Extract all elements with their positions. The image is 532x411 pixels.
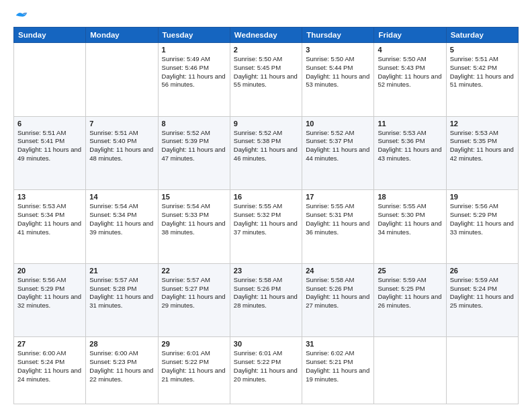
table-row: 30Sunrise: 6:01 AMSunset: 5:22 PMDayligh…: [230, 337, 302, 404]
table-row: 3Sunrise: 5:50 AMSunset: 5:44 PMDaylight…: [302, 43, 374, 117]
day-number: 15: [162, 193, 226, 201]
cell-text: Sunrise: 5:51 AMSunset: 5:41 PMDaylight:…: [17, 129, 81, 162]
cell-text: Sunrise: 5:53 AMSunset: 5:35 PMDaylight:…: [450, 129, 514, 162]
day-number: 9: [234, 120, 298, 128]
day-number: 24: [306, 267, 370, 275]
table-row: 16Sunrise: 5:55 AMSunset: 5:32 PMDayligh…: [230, 190, 302, 264]
cell-text: Sunrise: 5:57 AMSunset: 5:28 PMDaylight:…: [89, 276, 153, 309]
table-row: 6Sunrise: 5:51 AMSunset: 5:41 PMDaylight…: [14, 116, 86, 190]
table-row: 20Sunrise: 5:56 AMSunset: 5:29 PMDayligh…: [14, 263, 86, 337]
cell-text: Sunrise: 5:49 AMSunset: 5:46 PMDaylight:…: [162, 55, 226, 88]
table-row: 8Sunrise: 5:52 AMSunset: 5:39 PMDaylight…: [158, 116, 230, 190]
page: Sunday Monday Tuesday Wednesday Thursday…: [0, 0, 532, 411]
table-row: 26Sunrise: 5:59 AMSunset: 5:24 PMDayligh…: [446, 263, 518, 337]
cell-text: Sunrise: 5:50 AMSunset: 5:43 PMDaylight:…: [378, 55, 441, 88]
calendar-table: Sunday Monday Tuesday Wednesday Thursday…: [13, 27, 519, 404]
day-number: 8: [162, 120, 226, 128]
cell-text: Sunrise: 6:01 AMSunset: 5:22 PMDaylight:…: [234, 349, 298, 382]
table-row: 10Sunrise: 5:52 AMSunset: 5:37 PMDayligh…: [302, 116, 374, 190]
day-number: 29: [162, 340, 226, 348]
day-number: 13: [17, 193, 82, 201]
table-row: 11Sunrise: 5:53 AMSunset: 5:36 PMDayligh…: [374, 116, 446, 190]
cell-text: Sunrise: 5:54 AMSunset: 5:34 PMDaylight:…: [89, 202, 153, 235]
col-wednesday: Wednesday: [230, 28, 302, 43]
cell-text: Sunrise: 5:50 AMSunset: 5:44 PMDaylight:…: [306, 55, 369, 88]
cell-text: Sunrise: 5:59 AMSunset: 5:24 PMDaylight:…: [450, 276, 514, 309]
cell-text: Sunrise: 5:53 AMSunset: 5:34 PMDaylight:…: [17, 202, 81, 235]
day-number: 31: [306, 340, 370, 348]
day-number: 17: [306, 193, 370, 201]
table-row: 14Sunrise: 5:54 AMSunset: 5:34 PMDayligh…: [86, 190, 158, 264]
cell-text: Sunrise: 5:57 AMSunset: 5:27 PMDaylight:…: [162, 276, 226, 309]
table-row: 21Sunrise: 5:57 AMSunset: 5:28 PMDayligh…: [86, 263, 158, 337]
day-number: 16: [234, 193, 298, 201]
cell-text: Sunrise: 5:56 AMSunset: 5:29 PMDaylight:…: [17, 276, 81, 309]
col-saturday: Saturday: [446, 28, 518, 43]
day-number: 21: [89, 267, 154, 275]
table-row: 17Sunrise: 5:55 AMSunset: 5:31 PMDayligh…: [302, 190, 374, 264]
day-number: 12: [450, 120, 515, 128]
table-row: [446, 337, 518, 404]
day-number: 18: [378, 193, 442, 201]
table-row: 27Sunrise: 6:00 AMSunset: 5:24 PMDayligh…: [14, 337, 86, 404]
cell-text: Sunrise: 5:52 AMSunset: 5:37 PMDaylight:…: [306, 129, 369, 162]
day-number: 11: [378, 120, 442, 128]
table-row: 23Sunrise: 5:58 AMSunset: 5:26 PMDayligh…: [230, 263, 302, 337]
col-sunday: Sunday: [14, 28, 86, 43]
logo-bird-icon: [15, 11, 28, 20]
day-number: 1: [162, 46, 226, 54]
day-number: 23: [234, 267, 298, 275]
calendar-header-row: Sunday Monday Tuesday Wednesday Thursday…: [14, 28, 519, 43]
col-thursday: Thursday: [302, 28, 374, 43]
table-row: [14, 43, 86, 117]
table-row: 13Sunrise: 5:53 AMSunset: 5:34 PMDayligh…: [14, 190, 86, 264]
table-row: 25Sunrise: 5:59 AMSunset: 5:25 PMDayligh…: [374, 263, 446, 337]
day-number: 28: [89, 340, 154, 348]
cell-text: Sunrise: 5:52 AMSunset: 5:39 PMDaylight:…: [162, 129, 226, 162]
table-row: 19Sunrise: 5:56 AMSunset: 5:29 PMDayligh…: [446, 190, 518, 264]
day-number: 4: [378, 46, 442, 54]
table-row: 1Sunrise: 5:49 AMSunset: 5:46 PMDaylight…: [158, 43, 230, 117]
cell-text: Sunrise: 5:58 AMSunset: 5:26 PMDaylight:…: [306, 276, 369, 309]
table-row: 29Sunrise: 6:01 AMSunset: 5:22 PMDayligh…: [158, 337, 230, 404]
table-row: 4Sunrise: 5:50 AMSunset: 5:43 PMDaylight…: [374, 43, 446, 117]
day-number: 27: [17, 340, 82, 348]
col-monday: Monday: [86, 28, 158, 43]
cell-text: Sunrise: 5:50 AMSunset: 5:45 PMDaylight:…: [234, 55, 298, 88]
table-row: 12Sunrise: 5:53 AMSunset: 5:35 PMDayligh…: [446, 116, 518, 190]
cell-text: Sunrise: 6:00 AMSunset: 5:24 PMDaylight:…: [17, 349, 81, 382]
cell-text: Sunrise: 5:55 AMSunset: 5:30 PMDaylight:…: [378, 202, 441, 235]
day-number: 7: [89, 120, 154, 128]
day-number: 26: [450, 267, 515, 275]
cell-text: Sunrise: 6:02 AMSunset: 5:21 PMDaylight:…: [306, 349, 369, 382]
day-number: 5: [450, 46, 515, 54]
table-row: 2Sunrise: 5:50 AMSunset: 5:45 PMDaylight…: [230, 43, 302, 117]
table-row: [86, 43, 158, 117]
day-number: 30: [234, 340, 298, 348]
day-number: 19: [450, 193, 515, 201]
day-number: 20: [17, 267, 82, 275]
day-number: 25: [378, 267, 442, 275]
table-row: 7Sunrise: 5:51 AMSunset: 5:40 PMDaylight…: [86, 116, 158, 190]
cell-text: Sunrise: 5:56 AMSunset: 5:29 PMDaylight:…: [450, 202, 514, 235]
day-number: 10: [306, 120, 370, 128]
day-number: 6: [17, 120, 82, 128]
table-row: [374, 337, 446, 404]
table-row: 22Sunrise: 5:57 AMSunset: 5:27 PMDayligh…: [158, 263, 230, 337]
cell-text: Sunrise: 5:53 AMSunset: 5:36 PMDaylight:…: [378, 129, 441, 162]
cell-text: Sunrise: 5:54 AMSunset: 5:33 PMDaylight:…: [162, 202, 226, 235]
day-number: 2: [234, 46, 298, 54]
header: [13, 11, 519, 20]
table-row: 31Sunrise: 6:02 AMSunset: 5:21 PMDayligh…: [302, 337, 374, 404]
cell-text: Sunrise: 5:58 AMSunset: 5:26 PMDaylight:…: [234, 276, 298, 309]
cell-text: Sunrise: 6:00 AMSunset: 5:23 PMDaylight:…: [89, 349, 153, 382]
table-row: 5Sunrise: 5:51 AMSunset: 5:42 PMDaylight…: [446, 43, 518, 117]
cell-text: Sunrise: 5:55 AMSunset: 5:31 PMDaylight:…: [306, 202, 369, 235]
cell-text: Sunrise: 5:52 AMSunset: 5:38 PMDaylight:…: [234, 129, 298, 162]
day-number: 14: [89, 193, 154, 201]
table-row: 24Sunrise: 5:58 AMSunset: 5:26 PMDayligh…: [302, 263, 374, 337]
day-number: 3: [306, 46, 370, 54]
day-number: 22: [162, 267, 226, 275]
cell-text: Sunrise: 6:01 AMSunset: 5:22 PMDaylight:…: [162, 349, 226, 382]
cell-text: Sunrise: 5:59 AMSunset: 5:25 PMDaylight:…: [378, 276, 441, 309]
